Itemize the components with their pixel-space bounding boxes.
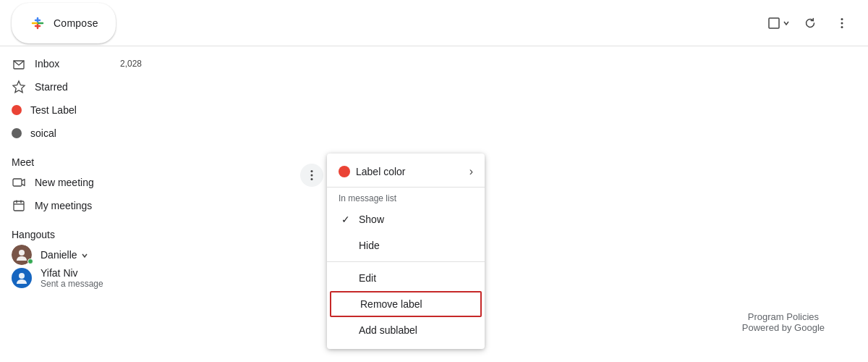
starred-label: Starred — [35, 81, 142, 93]
calendar-icon — [12, 198, 26, 213]
top-bar: Compose — [0, 0, 868, 46]
svg-rect-6 — [769, 18, 779, 28]
soical-label: soical — [30, 127, 142, 139]
label-color-dot — [339, 166, 350, 177]
sidebar-item-my-meetings[interactable]: My meetings — [0, 194, 153, 217]
svg-point-19 — [311, 174, 313, 177]
yifat-sub: Sent a message — [41, 279, 103, 289]
menu-item-remove-label[interactable]: Remove label — [330, 291, 482, 317]
edit-spacer — [339, 271, 353, 285]
content-area: Label color › In message list ✓ Show Hid… — [159, 46, 868, 362]
toolbar-icons — [764, 9, 856, 38]
compose-label: Compose — [54, 17, 98, 29]
more-options-button[interactable] — [827, 9, 856, 38]
context-menu: Label color › In message list ✓ Show Hid… — [327, 153, 485, 349]
sublabel-spacer — [339, 323, 353, 337]
inbox-icon — [12, 56, 26, 71]
menu-item-hide[interactable]: Hide — [327, 232, 485, 258]
star-icon — [12, 80, 26, 94]
chevron-down-icon — [783, 20, 790, 27]
soical-label-dot — [12, 128, 22, 138]
danielle-label: Danielle — [41, 249, 142, 261]
test-label-dot — [12, 105, 22, 115]
svg-point-17 — [19, 273, 25, 279]
inbox-count: 2,028 — [120, 59, 142, 69]
sidebar-item-danielle[interactable]: Danielle — [0, 243, 153, 266]
new-meeting-label: New meeting — [35, 177, 142, 188]
footer: Program Policies Powered by Google — [742, 311, 825, 333]
label-more-button[interactable] — [300, 164, 323, 187]
menu-divider-1 — [327, 187, 485, 188]
svg-rect-12 — [14, 201, 24, 211]
svg-point-8 — [841, 22, 843, 24]
edit-label: Edit — [359, 272, 376, 284]
svg-point-18 — [311, 170, 313, 172]
svg-rect-11 — [13, 179, 22, 186]
compose-button[interactable]: Compose — [12, 3, 116, 43]
hangouts-title: Hangouts — [0, 223, 159, 243]
empty-check — [339, 238, 353, 253]
svg-marker-10 — [13, 81, 25, 93]
my-meetings-label: My meetings — [35, 200, 142, 211]
inbox-label: Inbox — [35, 58, 111, 70]
select-icon — [767, 16, 781, 30]
online-indicator — [27, 258, 33, 264]
meet-title: Meet — [0, 151, 159, 171]
add-sublabel-label: Add sublabel — [359, 324, 417, 336]
remove-label-text: Remove label — [360, 298, 422, 310]
svg-point-16 — [19, 250, 25, 256]
powered-by-text: Powered by Google — [742, 322, 825, 333]
chevron-down-small-icon — [81, 252, 88, 259]
compose-plus-icon — [29, 14, 46, 32]
refresh-icon — [803, 16, 817, 30]
yifat-avatar — [12, 268, 32, 288]
hide-label: Hide — [359, 240, 380, 251]
show-label: Show — [359, 214, 384, 225]
more-vert-icon — [835, 16, 849, 30]
sidebar: Inbox 2,028 Starred Test Label soical Me… — [0, 46, 159, 362]
refresh-button[interactable] — [796, 9, 825, 38]
submenu-arrow-icon: › — [469, 165, 473, 178]
sidebar-item-starred[interactable]: Starred — [0, 75, 153, 98]
sidebar-item-yifat[interactable]: Yifat Niv Sent a message — [0, 266, 153, 290]
select-button[interactable] — [764, 9, 793, 38]
sidebar-item-new-meeting[interactable]: New meeting — [0, 171, 153, 194]
meet-section: Meet New meeting — [0, 151, 159, 217]
menu-divider-2 — [327, 261, 485, 262]
menu-section-in-message-list: In message list — [327, 190, 485, 206]
program-policies-text: Program Policies — [742, 311, 825, 322]
checkmark-icon: ✓ — [339, 212, 353, 227]
hangouts-section: Hangouts Danielle — [0, 223, 159, 290]
menu-item-edit[interactable]: Edit — [327, 265, 485, 291]
svg-point-20 — [311, 178, 313, 180]
menu-item-show[interactable]: ✓ Show — [327, 206, 485, 232]
yifat-name: Yifat Niv — [41, 267, 103, 279]
label-color-text: Label color — [356, 166, 406, 177]
video-icon — [12, 175, 26, 190]
main-layout: Inbox 2,028 Starred Test Label soical Me… — [0, 46, 868, 362]
menu-item-add-sublabel[interactable]: Add sublabel — [327, 317, 485, 343]
menu-item-label-color[interactable]: Label color › — [327, 159, 485, 184]
remove-spacer — [340, 297, 354, 311]
sidebar-item-test-label[interactable]: Test Label — [0, 98, 153, 122]
svg-point-9 — [841, 26, 843, 28]
svg-point-7 — [841, 18, 843, 20]
sidebar-item-inbox[interactable]: Inbox 2,028 — [0, 52, 153, 75]
test-label-label: Test Label — [30, 104, 142, 116]
more-vert-small-icon — [305, 169, 318, 182]
sidebar-item-soical[interactable]: soical — [0, 122, 153, 145]
